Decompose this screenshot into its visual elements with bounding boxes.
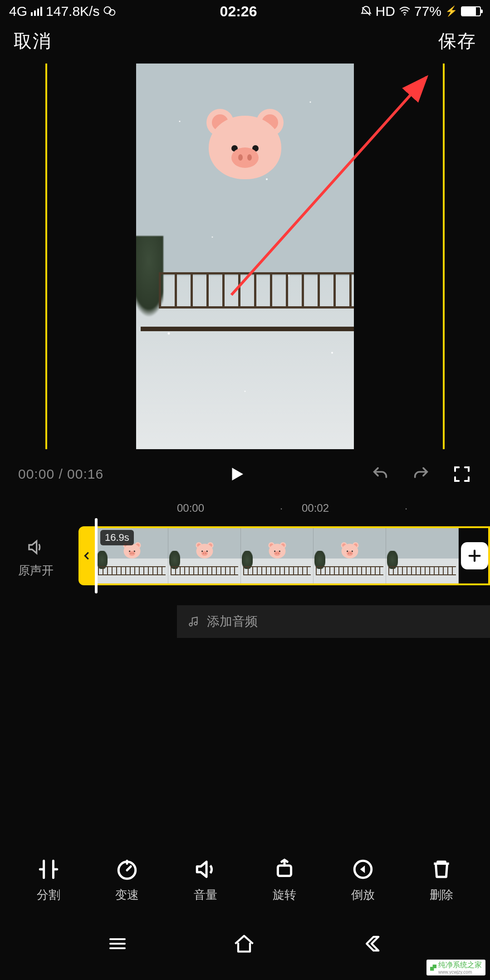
- playhead[interactable]: [95, 518, 98, 593]
- system-nav-bar: [0, 930, 490, 957]
- tool-rotate[interactable]: 旋转: [273, 858, 296, 903]
- ruler-dot: ·: [261, 502, 302, 514]
- clip-thumbnail: [314, 528, 386, 583]
- clip-duration-badge: 16.9s: [100, 530, 134, 545]
- battery-icon: [461, 6, 481, 16]
- add-clip-button[interactable]: [461, 542, 488, 569]
- tool-split[interactable]: 分割: [37, 858, 60, 903]
- clip-thumbnail: [168, 528, 241, 583]
- speaker-icon: [27, 538, 45, 556]
- playback-controls: 00:00 / 00:16: [0, 454, 490, 495]
- trash-icon: [430, 858, 453, 881]
- ruler-tick: 00:00: [177, 502, 261, 514]
- clip-thumbnail: [386, 528, 459, 583]
- network-type: 4G: [9, 4, 27, 19]
- wechat-icon: [103, 5, 117, 18]
- clip-handle-left[interactable]: [78, 526, 96, 585]
- watermark: 纯净系统之家 www.ycwjzy.com: [426, 960, 485, 975]
- speed-icon: [116, 858, 138, 881]
- plus-icon: [467, 548, 482, 564]
- preview-area: [0, 59, 490, 454]
- redo-button[interactable]: [411, 464, 431, 484]
- status-left: 4G 147.8K/s: [9, 4, 117, 19]
- clip-track[interactable]: 16.9s: [78, 522, 490, 590]
- undo-button[interactable]: [370, 464, 390, 484]
- ruler-tick: 00:02: [302, 502, 386, 514]
- nav-back-icon[interactable]: [360, 932, 383, 956]
- clock: 02:26: [220, 3, 257, 20]
- tool-delete[interactable]: 删除: [430, 858, 453, 903]
- mute-icon: [360, 5, 372, 17]
- crop-guide-left[interactable]: [45, 64, 47, 449]
- nav-menu-icon[interactable]: [107, 933, 128, 955]
- rotate-icon: [273, 858, 296, 881]
- crop-guide-right[interactable]: [443, 64, 445, 449]
- tool-reverse[interactable]: 倒放: [351, 858, 375, 903]
- battery-pct: 77%: [414, 4, 441, 19]
- reverse-icon: [352, 858, 374, 881]
- add-audio-button[interactable]: 添加音频: [177, 605, 490, 638]
- chevron-left-icon: [82, 549, 92, 562]
- pig-sticker: [204, 109, 286, 181]
- wifi-icon: [399, 5, 411, 17]
- ruler-dot: ·: [386, 502, 426, 514]
- volume-icon: [194, 858, 217, 881]
- status-right: HD 77% ⚡: [360, 4, 481, 19]
- original-sound-label: 原声开: [18, 563, 54, 578]
- tool-volume[interactable]: 音量: [194, 858, 217, 903]
- save-button[interactable]: 保存: [438, 29, 476, 54]
- cancel-button[interactable]: 取消: [14, 29, 52, 54]
- add-audio-label: 添加音频: [207, 613, 258, 630]
- time-display: 00:00 / 00:16: [18, 466, 103, 482]
- hd-label: HD: [376, 4, 395, 19]
- music-note-icon: [188, 616, 200, 627]
- svg-point-2: [404, 14, 405, 15]
- play-button[interactable]: [227, 465, 246, 484]
- status-bar: 4G 147.8K/s 02:26 HD 77% ⚡: [0, 0, 490, 23]
- net-speed: 147.8K/s: [46, 4, 99, 19]
- split-icon: [37, 858, 60, 881]
- tool-speed[interactable]: 变速: [115, 858, 139, 903]
- signal-icon: [31, 7, 42, 16]
- original-sound-toggle[interactable]: 原声开: [18, 538, 54, 578]
- timeline-ruler: 00:00 · 00:02 ·: [0, 495, 490, 522]
- fullscreen-button[interactable]: [452, 464, 472, 484]
- clip-thumbnail: [241, 528, 314, 583]
- video-preview[interactable]: [136, 64, 354, 449]
- svg-rect-5: [278, 865, 291, 876]
- nav-home-icon[interactable]: [232, 932, 256, 956]
- top-action-bar: 取消 保存: [0, 23, 490, 59]
- edit-toolbar: 分割 变速 音量 旋转 倒放 删除: [0, 848, 490, 912]
- timeline: 原声开 16.9s: [0, 522, 490, 590]
- charging-icon: ⚡: [445, 5, 457, 17]
